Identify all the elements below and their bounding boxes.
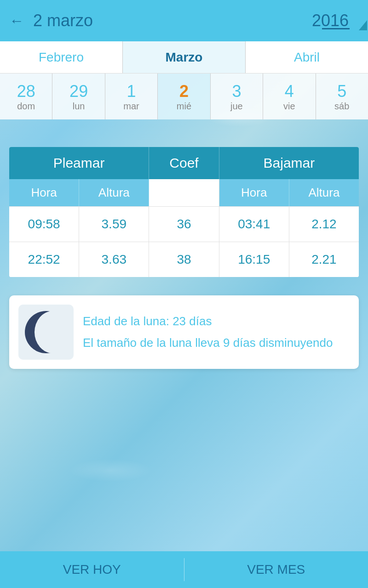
days-row: 28 dom 29 lun 1 mar 2 mié 3 jue 4 vie 5 … <box>0 74 368 119</box>
moon-size-text: El tamaño de la luna lleva 9 días dismin… <box>83 334 333 352</box>
app-header: ← 2 marzo 2016 <box>0 0 368 41</box>
pleamar-header: Pleamar <box>9 147 149 179</box>
header-year: 2016 <box>312 11 359 30</box>
tides-subheader-row: Hora Altura Hora Altura <box>9 179 359 206</box>
day-4[interactable]: 4 vie <box>263 74 316 119</box>
tides-header-row: Pleamar Coef Bajamar <box>9 147 359 179</box>
moon-age-text: Edad de la luna: 23 días <box>83 312 333 330</box>
moon-description: Edad de la luna: 23 días El tamaño de la… <box>83 312 333 352</box>
tides-row-1: 09:58 3.59 36 03:41 2.12 <box>9 206 359 242</box>
row2-pleamar-altura: 3.63 <box>79 242 149 277</box>
coef-spacer <box>149 179 219 206</box>
row2-bajamar-altura: 2.21 <box>289 242 359 277</box>
day-2-selected[interactable]: 2 mié <box>158 74 210 119</box>
tab-abril[interactable]: Abril <box>246 41 368 73</box>
bajamar-header: Bajamar <box>219 147 359 179</box>
tides-table: Pleamar Coef Bajamar Hora Altura Hora Al… <box>9 147 359 277</box>
day-1[interactable]: 1 mar <box>105 74 158 119</box>
day-28[interactable]: 28 dom <box>0 74 52 119</box>
bajamar-altura-subheader: Altura <box>289 179 359 206</box>
tides-row-2: 22:52 3.63 38 16:15 2.21 <box>9 242 359 277</box>
moon-card: Edad de la luna: 23 días El tamaño de la… <box>9 295 359 369</box>
header-date: 2 marzo <box>33 11 312 30</box>
month-tabs: Febrero Marzo Abril <box>0 41 368 74</box>
coef-header: Coef <box>149 147 219 179</box>
ver-mes-button[interactable]: VER MES <box>184 551 368 588</box>
row1-pleamar-hora: 09:58 <box>9 207 79 242</box>
back-button[interactable]: ← <box>9 12 24 29</box>
row2-pleamar-hora: 22:52 <box>9 242 79 277</box>
pleamar-hora-subheader: Hora <box>9 179 79 206</box>
row1-coef: 36 <box>149 207 219 242</box>
row1-pleamar-altura: 3.59 <box>79 207 149 242</box>
day-29[interactable]: 29 lun <box>52 74 105 119</box>
pleamar-altura-subheader: Altura <box>79 179 149 206</box>
water-gap-1 <box>0 119 368 147</box>
water-gap-2 <box>0 277 368 295</box>
bajamar-hora-subheader: Hora <box>219 179 289 206</box>
tab-febrero[interactable]: Febrero <box>0 41 123 73</box>
row2-bajamar-hora: 16:15 <box>219 242 289 277</box>
row1-bajamar-hora: 03:41 <box>219 207 289 242</box>
bottom-bar: VER HOY VER MES <box>0 551 368 588</box>
day-5[interactable]: 5 sáb <box>316 74 368 119</box>
day-3[interactable]: 3 jue <box>211 74 263 119</box>
row2-coef: 38 <box>149 242 219 277</box>
tab-marzo[interactable]: Marzo <box>123 41 246 73</box>
moon-icon <box>18 305 74 360</box>
row1-bajamar-altura: 2.12 <box>289 207 359 242</box>
ver-hoy-button[interactable]: VER HOY <box>0 551 184 588</box>
